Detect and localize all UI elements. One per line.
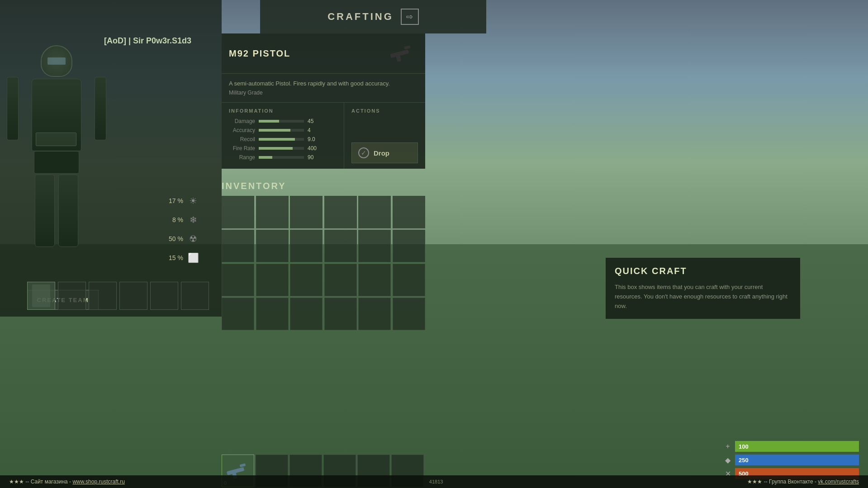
inv-slot-19[interactable] — [256, 298, 289, 330]
inv-slot-23[interactable] — [393, 298, 425, 330]
actions-label: ACTIONS — [351, 108, 418, 114]
status-item-2: 50 % ☢ — [167, 232, 199, 245]
inv-slot-5[interactable] — [393, 196, 425, 228]
item-header: M92 PISTOL — [222, 33, 425, 74]
equip-slot-2[interactable] — [89, 282, 117, 310]
resource-bars: + 100 ◆ 250 ✕ 500 — [723, 441, 859, 479]
inv-slot-6[interactable] — [222, 230, 254, 262]
inventory-title: INVENTORY — [222, 181, 425, 191]
armor-torso — [32, 79, 81, 151]
quick-craft-panel: QUICK CRAFT This box shows items that yo… — [606, 258, 800, 319]
equip-slot-3[interactable] — [119, 282, 147, 310]
food-icon: ◆ — [723, 455, 732, 464]
health-bar-fill: 100 — [735, 441, 859, 452]
item-name: M92 PISTOL — [229, 48, 290, 59]
equip-slot-1[interactable] — [58, 282, 86, 310]
status-pct-2: 50 % — [167, 235, 183, 242]
svg-rect-2 — [396, 55, 401, 62]
inv-slot-1[interactable] — [256, 196, 289, 228]
armor-left-leg — [35, 175, 55, 247]
inv-slot-0[interactable] — [222, 196, 254, 228]
equip-slot-5[interactable] — [181, 282, 209, 310]
header-bar: CRAFTING ⇨ — [260, 0, 486, 33]
stats-section: INFORMATION Damage 45 Accuracy 4 Recoil — [222, 103, 344, 169]
drop-label: Drop — [374, 149, 389, 157]
status-item-0: 17 % ☀ — [167, 194, 199, 207]
inv-slot-7[interactable] — [256, 230, 289, 262]
quick-craft-title: QUICK CRAFT — [615, 266, 791, 276]
armor-icon: ⬜ — [187, 251, 199, 264]
armor-hips — [34, 151, 79, 174]
inv-slot-17[interactable] — [393, 264, 425, 296]
vk-link[interactable]: vk.com/rustcrafts — [818, 479, 859, 485]
inventory-grid — [222, 196, 425, 330]
inv-slot-20[interactable] — [290, 298, 323, 330]
stat-recoil: Recoil 9.0 — [229, 136, 337, 142]
bottom-bar: ★★★ -- Сайт магазина - www.shop.rustcraf… — [0, 475, 868, 488]
health-bar-bg: 100 — [735, 441, 859, 452]
inv-slot-15[interactable] — [324, 264, 357, 296]
food-bar-bg: 250 — [735, 455, 859, 465]
exit-button[interactable]: ⇨ — [401, 9, 419, 25]
bottom-left: ★★★ -- Сайт магазина - www.shop.rustcraf… — [9, 479, 125, 485]
inv-slot-21[interactable] — [324, 298, 357, 330]
equip-slot-figure — [32, 284, 50, 307]
status-pct-3: 15 % — [167, 254, 183, 261]
shop-link[interactable]: www.shop.rustcraft.ru — [72, 479, 124, 485]
armor-model — [20, 45, 93, 280]
armor-legs — [20, 175, 93, 247]
stats-actions-row: INFORMATION Damage 45 Accuracy 4 Recoil — [222, 102, 425, 169]
inv-slot-2[interactable] — [290, 196, 323, 228]
resource-food: ◆ 250 — [723, 455, 859, 465]
drop-icon: ✓ — [358, 147, 369, 158]
status-panel: 17 % ☀ 8 % ❄ 50 % ☢ 15 % ⬜ — [167, 194, 199, 270]
status-item-1: 8 % ❄ — [167, 213, 199, 226]
info-label: INFORMATION — [229, 108, 337, 114]
radiation-icon: ☀ — [187, 194, 199, 207]
inv-slot-16[interactable] — [358, 264, 391, 296]
left-text: -- Сайт магазина - — [25, 479, 72, 485]
left-stars: ★★★ — [9, 479, 24, 485]
inv-slot-12[interactable] — [222, 264, 254, 296]
inv-slot-4[interactable] — [358, 196, 391, 228]
armor-right-leg — [58, 175, 78, 247]
item-description: A semi-automatic Pistol. Fires rapidly a… — [222, 74, 425, 102]
ui-overlay: CRAFTING ⇨ [AoD] | Sir P0w3r.S1d3 — [0, 0, 868, 488]
stat-range: Range 90 — [229, 154, 337, 161]
status-pct-1: 8 % — [167, 216, 183, 223]
player-name: [AoD] | Sir P0w3r.S1d3 — [104, 36, 191, 46]
equip-slot-0[interactable] — [27, 282, 55, 310]
stat-damage: Damage 45 — [229, 118, 337, 124]
resource-health: + 100 — [723, 441, 859, 452]
inv-slot-11[interactable] — [393, 230, 425, 262]
status-pct-0: 17 % — [167, 197, 183, 204]
character-figure — [14, 41, 100, 285]
stat-firerate: Fire Rate 400 — [229, 145, 337, 152]
drop-button[interactable]: ✓ Drop — [351, 142, 418, 163]
inv-slot-18[interactable] — [222, 298, 254, 330]
inv-slot-13[interactable] — [256, 264, 289, 296]
inv-slot-22[interactable] — [358, 298, 391, 330]
food-value: 250 — [739, 457, 749, 464]
svg-rect-1 — [404, 45, 411, 49]
stat-accuracy: Accuracy 4 — [229, 127, 337, 133]
inv-slot-3[interactable] — [324, 196, 357, 228]
status-item-3: 15 % ⬜ — [167, 251, 199, 264]
bottom-center: 41813 — [429, 479, 443, 484]
quick-craft-description: This box shows items that you can craft … — [615, 283, 791, 311]
crafting-title: CRAFTING — [327, 11, 394, 23]
health-icon: + — [723, 442, 732, 451]
equip-slot-4[interactable] — [150, 282, 178, 310]
right-text: -- Группа Вконтакте - — [764, 479, 818, 485]
armor-left-arm — [7, 77, 19, 140]
cold-icon: ❄ — [187, 213, 199, 226]
inv-slot-8[interactable] — [290, 230, 323, 262]
equipment-slots — [27, 282, 209, 310]
inv-slot-10[interactable] — [358, 230, 391, 262]
right-stars: ★★★ — [747, 479, 762, 485]
character-panel: [AoD] | Sir P0w3r.S1d3 — [0, 0, 222, 317]
armor-head — [41, 45, 72, 77]
inv-slot-9[interactable] — [324, 230, 357, 262]
inv-slot-14[interactable] — [290, 264, 323, 296]
svg-rect-5 — [240, 463, 246, 467]
